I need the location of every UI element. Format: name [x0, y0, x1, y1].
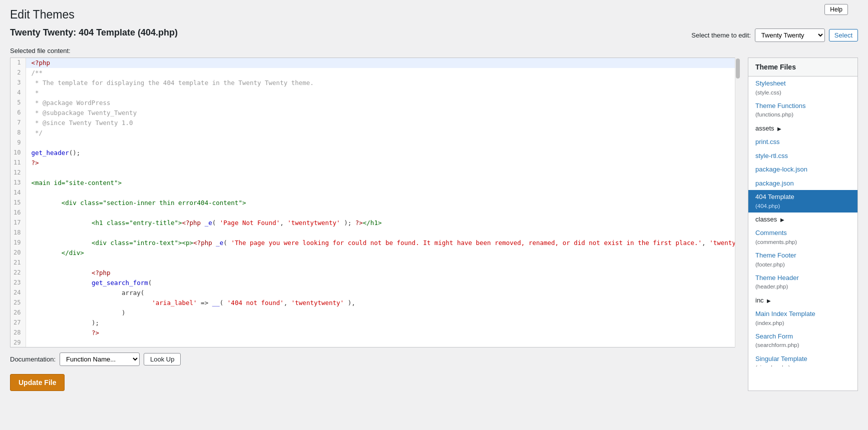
sidebar-item-label: assets ▶ — [755, 124, 781, 132]
code-line — [26, 228, 740, 238]
folder-arrow-icon: ▶ — [779, 217, 784, 222]
code-line: * @subpackage Twenty_Twenty — [26, 108, 740, 118]
sidebar-item-sub: (404.php) — [755, 202, 850, 210]
sidebar-item-inc: inc ▶ — [748, 294, 857, 308]
sidebar-item-comments[interactable]: Comments(comments.php) — [748, 226, 857, 248]
code-line: <?php — [26, 58, 740, 68]
sidebar-item-theme-header[interactable]: Theme Header(header.php) — [748, 271, 857, 294]
sidebar-item-print-css[interactable]: print.css — [748, 135, 857, 149]
line-number: 10 — [11, 148, 26, 158]
line-number: 17 — [11, 218, 26, 228]
line-number: 9 — [11, 138, 26, 148]
help-button[interactable]: Help — [824, 4, 848, 15]
code-line: 'aria_label' => __( '404 not found', 'tw… — [26, 298, 740, 308]
code-line: <main id="site-content"> — [26, 178, 740, 188]
code-line: <div class="intro-text"><p><?php _e( 'Th… — [26, 238, 740, 248]
sidebar-item-classes: classes ▶ — [748, 212, 857, 226]
line-number: 18 — [11, 228, 26, 238]
sidebar-item-sub: (functions.php) — [755, 110, 850, 119]
sidebar-item-label: print.css — [755, 138, 779, 146]
line-number: 7 — [11, 118, 26, 128]
sidebar-item-label: inc ▶ — [755, 296, 771, 304]
sidebar-item-package-lock-json[interactable]: package-lock.json — [748, 162, 857, 176]
code-line — [26, 138, 740, 148]
line-number: 4 — [11, 88, 26, 98]
code-line: <?php — [26, 268, 740, 278]
sidebar-item-package-json[interactable]: package.json — [748, 176, 857, 190]
line-number: 15 — [11, 198, 26, 208]
code-line: * @since Twenty Twenty 1.0 — [26, 118, 740, 128]
sidebar-item-label: 404 Template — [755, 193, 794, 200]
sidebar-item-singular-template[interactable]: Singular Template(singular.php) — [748, 352, 857, 367]
code-line: ) — [26, 308, 740, 318]
select-button[interactable]: Select — [829, 29, 858, 42]
update-file-button[interactable]: Update File — [10, 374, 65, 391]
line-number: 13 — [11, 178, 26, 188]
line-number: 24 — [11, 288, 26, 298]
line-number: 1 — [11, 58, 26, 68]
sidebar-item-style-rtl-css[interactable]: style-rtl.css — [748, 149, 857, 163]
line-number: 20 — [11, 248, 26, 258]
line-number: 28 — [11, 328, 26, 338]
line-number: 2 — [11, 68, 26, 78]
code-line: * The template for displaying the 404 te… — [26, 78, 740, 88]
line-number: 11 — [11, 158, 26, 168]
code-editor[interactable]: 1<?php2/**3 * The template for displayin… — [10, 58, 740, 348]
sidebar-item-sub: (style.css) — [755, 88, 850, 97]
code-line: ); — [26, 318, 740, 328]
code-line: */ — [26, 128, 740, 138]
theme-selector-label: Select theme to edit: — [691, 32, 751, 39]
code-line: * — [26, 88, 740, 98]
line-number: 8 — [11, 128, 26, 138]
code-line: <div class="section-inner thin error404-… — [26, 198, 740, 208]
line-number: 29 — [11, 338, 26, 348]
sidebar-item-sub: (searchform.php) — [755, 341, 850, 350]
line-number: 19 — [11, 238, 26, 248]
sidebar-item-sub: (singular.php) — [755, 364, 850, 366]
sidebar-item-label: package-lock.json — [755, 166, 807, 173]
code-line: * @package WordPress — [26, 98, 740, 108]
sidebar-item-sub: (index.php) — [755, 319, 850, 328]
folder-arrow-icon: ▶ — [776, 126, 782, 132]
sidebar-header: Theme Files — [748, 58, 857, 76]
sidebar-item-label: Singular Template — [755, 355, 807, 362]
theme-files-sidebar: Theme Files Stylesheet(style.css)Theme F… — [748, 58, 858, 391]
selected-file-label: Selected file content: — [10, 47, 858, 54]
sidebar-item-theme-functions[interactable]: Theme Functions(functions.php) — [748, 99, 857, 122]
sidebar-item-label: Comments — [755, 229, 787, 236]
code-line: ?> — [26, 158, 740, 168]
code-line: <h1 class="entry-title"><?php _e( 'Page … — [26, 218, 740, 228]
sidebar-item-main-index-template[interactable]: Main Index Template(index.php) — [748, 307, 857, 330]
sidebar-item-label: Search Form — [755, 332, 793, 340]
scrollbar[interactable] — [735, 58, 740, 348]
function-name-select[interactable]: Function Name... — [60, 352, 140, 366]
line-number: 3 — [11, 78, 26, 88]
sidebar-item-theme-footer[interactable]: Theme Footer(footer.php) — [748, 248, 857, 271]
sidebar-item-label: Theme Footer — [755, 252, 796, 259]
sidebar-item-404-template[interactable]: 404 Template(404.php) — [748, 190, 857, 212]
code-line: get_search_form( — [26, 278, 740, 288]
sidebar-item-label: package.json — [755, 180, 794, 187]
sidebar-item-sub: (footer.php) — [755, 260, 850, 269]
sidebar-item-label: Main Index Template — [755, 310, 815, 318]
sidebar-item-label: style-rtl.css — [755, 152, 788, 160]
theme-select[interactable]: Twenty Twenty — [755, 28, 825, 42]
sidebar-item-label: Stylesheet — [755, 80, 786, 87]
sidebar-list: Stylesheet(style.css)Theme Functions(fun… — [748, 76, 857, 366]
sidebar-item-label: classes ▶ — [755, 216, 784, 223]
sidebar-item-stylesheet[interactable]: Stylesheet(style.css) — [748, 76, 857, 99]
sidebar-item-assets: assets ▶ — [748, 122, 857, 136]
code-line: get_header(); — [26, 148, 740, 158]
line-number: 14 — [11, 188, 26, 198]
sidebar-item-sub: (comments.php) — [755, 238, 850, 246]
sidebar-item-label: Theme Header — [755, 274, 799, 282]
sidebar-item-label: Theme Functions — [755, 102, 805, 110]
sidebar-item-sub: (header.php) — [755, 282, 850, 291]
sidebar-item-search-form[interactable]: Search Form(searchform.php) — [748, 330, 857, 352]
look-up-button[interactable]: Look Up — [144, 353, 181, 366]
line-number: 25 — [11, 298, 26, 308]
code-line — [26, 258, 740, 268]
code-line — [26, 188, 740, 198]
code-line: /** — [26, 68, 740, 78]
line-number: 22 — [11, 268, 26, 278]
